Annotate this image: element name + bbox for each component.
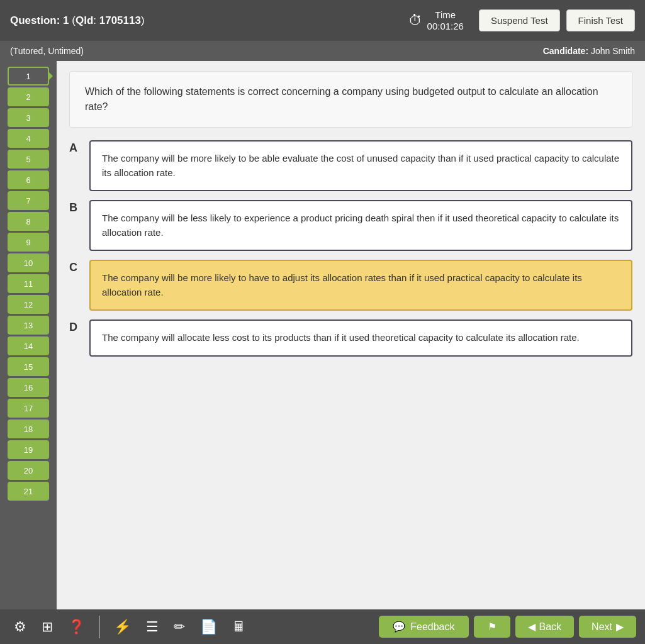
mode-label: (Tutored, Untimed)	[10, 46, 84, 56]
lightning-icon-button[interactable]: ⚡	[109, 616, 136, 638]
footer: ⚙ ⊞ ❓ ⚡ ☰ ✏ 📄 🖩 💬 Feedback ⚑ ◀ Back Next…	[0, 609, 645, 644]
sidebar-item-5[interactable]: 5	[8, 150, 49, 169]
sub-header: (Tutored, Untimed) Candidate: John Smith	[0, 41, 645, 61]
next-button[interactable]: Next ▶	[579, 616, 636, 638]
qld-id: 1705113	[99, 14, 141, 26]
sidebar-item-11[interactable]: 11	[8, 274, 49, 293]
feedback-icon: 💬	[393, 621, 405, 633]
sidebar-item-19[interactable]: 19	[8, 440, 49, 459]
sidebar-item-16[interactable]: 16	[8, 378, 49, 397]
answer-box-c[interactable]: The company will be more likely to have …	[89, 260, 632, 311]
settings-icon-button[interactable]: ⚙	[9, 616, 31, 638]
sidebar-item-13[interactable]: 13	[8, 316, 49, 335]
footer-separator-1	[99, 616, 100, 638]
sidebar-item-8[interactable]: 8	[8, 212, 49, 231]
question-text: Which of the following statements is cor…	[85, 86, 598, 112]
answer-box-b[interactable]: The company will be less likely to exper…	[89, 200, 632, 251]
clock-icon: ⏱	[408, 13, 422, 29]
grid-icon-button[interactable]: ⊞	[36, 616, 58, 638]
sidebar-item-20[interactable]: 20	[8, 461, 49, 480]
answer-option-d: D The company will allocate less cost to…	[69, 319, 632, 357]
question-number: 1	[63, 14, 69, 26]
time-value: 00:01:26	[427, 21, 464, 32]
answer-option-a: A The company will be more likely to be …	[69, 140, 632, 191]
sidebar-item-14[interactable]: 14	[8, 336, 49, 355]
answer-option-c: C The company will be more likely to hav…	[69, 260, 632, 311]
back-label: Back	[539, 621, 562, 633]
next-label: Next	[592, 621, 612, 633]
next-chevron-icon: ▶	[616, 621, 624, 633]
feedback-button[interactable]: 💬 Feedback	[379, 616, 468, 638]
calculator-icon-button[interactable]: 🖩	[227, 616, 251, 638]
sidebar-item-15[interactable]: 15	[8, 357, 49, 376]
answer-option-b: B The company will be less likely to exp…	[69, 200, 632, 251]
sidebar-item-10[interactable]: 10	[8, 253, 49, 272]
answer-text-a: The company will be more likely to be ab…	[102, 153, 619, 178]
question-content: Which of the following statements is cor…	[57, 61, 645, 609]
feedback-label: Feedback	[410, 621, 454, 633]
timer: ⏱ Time 00:01:26	[408, 9, 464, 32]
sidebar-item-1[interactable]: 1	[8, 67, 49, 86]
back-chevron-icon: ◀	[528, 621, 536, 633]
sidebar-item-12[interactable]: 12	[8, 295, 49, 314]
question-text-box: Which of the following statements is cor…	[69, 71, 632, 128]
candidate-name: John Smith	[591, 46, 635, 56]
sidebar-item-9[interactable]: 9	[8, 233, 49, 252]
qld-label: Qld	[76, 14, 93, 26]
file-icon-button[interactable]: 📄	[195, 616, 222, 638]
header-buttons: Suspend Test Finish Test	[479, 9, 635, 31]
answer-letter-b: B	[69, 200, 83, 214]
answer-box-a[interactable]: The company will be more likely to be ab…	[89, 140, 632, 191]
sidebar-item-4[interactable]: 4	[8, 129, 49, 148]
main-layout: 1 2 3 4 5 6 7 8 9 10 11 12 13 14 15 16 1…	[0, 61, 645, 609]
answer-letter-d: D	[69, 319, 83, 334]
suspend-test-button[interactable]: Suspend Test	[479, 9, 560, 31]
question-label: Question:	[10, 14, 60, 26]
sidebar-item-17[interactable]: 17	[8, 399, 49, 418]
time-label: Time	[427, 9, 464, 21]
candidate-label: Candidate:	[543, 46, 588, 56]
answer-box-d[interactable]: The company will allocate less cost to i…	[89, 319, 632, 357]
answer-text-c: The company will be more likely to have …	[102, 272, 582, 297]
answer-letter-a: A	[69, 140, 83, 155]
sidebar-item-3[interactable]: 3	[8, 108, 49, 127]
question-sidebar: 1 2 3 4 5 6 7 8 9 10 11 12 13 14 15 16 1…	[0, 61, 57, 609]
flag-icon: ⚑	[488, 621, 496, 633]
list-icon-button[interactable]: ☰	[141, 616, 164, 638]
sidebar-item-6[interactable]: 6	[8, 170, 49, 189]
header: Question: 1 (Qld: 1705113) ⏱ Time 00:01:…	[0, 0, 645, 41]
answer-letter-c: C	[69, 260, 83, 274]
answer-text-b: The company will be less likely to exper…	[102, 213, 619, 238]
sidebar-item-18[interactable]: 18	[8, 419, 49, 438]
sidebar-item-2[interactable]: 2	[8, 87, 49, 106]
edit-icon-button[interactable]: ✏	[169, 616, 190, 638]
flag-button[interactable]: ⚑	[474, 616, 510, 638]
answer-text-d: The company will allocate less cost to i…	[102, 332, 580, 343]
candidate-info: Candidate: John Smith	[543, 46, 635, 56]
question-info: Question: 1 (Qld: 1705113)	[10, 14, 408, 27]
sidebar-item-7[interactable]: 7	[8, 191, 49, 210]
help-icon-button[interactable]: ❓	[63, 616, 90, 638]
finish-test-button[interactable]: Finish Test	[566, 9, 635, 31]
back-button[interactable]: ◀ Back	[515, 616, 575, 638]
sidebar-item-21[interactable]: 21	[8, 482, 49, 501]
